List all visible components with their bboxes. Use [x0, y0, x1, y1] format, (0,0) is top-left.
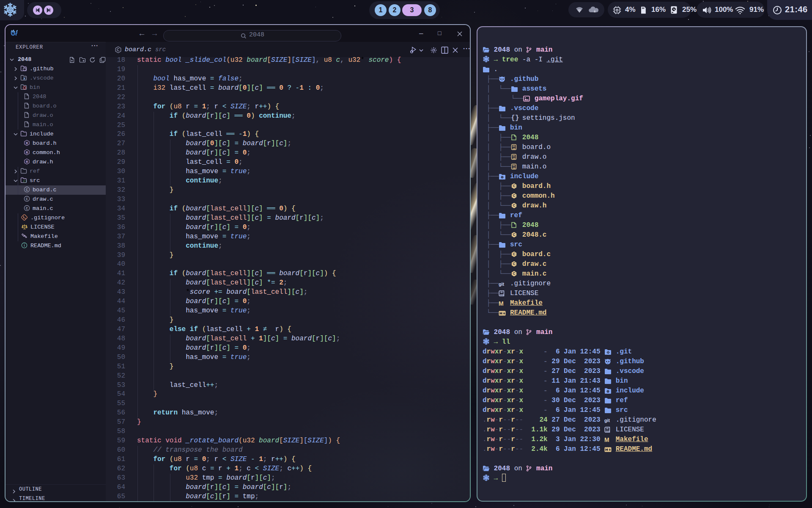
svg-text:10: 10 — [513, 147, 516, 150]
svg-text:C: C — [513, 184, 516, 188]
svg-text:H: H — [26, 151, 28, 155]
svg-text:C: C — [26, 188, 28, 192]
svg-text:C: C — [513, 252, 516, 256]
svg-text:10: 10 — [513, 157, 516, 160]
svg-text:git: git — [499, 282, 505, 287]
svg-text:C: C — [513, 193, 516, 198]
svg-text:C: C — [26, 207, 28, 211]
svg-text:C: C — [26, 197, 28, 202]
svg-text:M: M — [604, 437, 609, 442]
svg-text:git: git — [604, 418, 610, 423]
svg-text:C: C — [513, 232, 516, 237]
svg-text:H: H — [26, 160, 28, 164]
svg-text:C: C — [513, 271, 516, 276]
svg-text:{): {) — [23, 179, 27, 183]
svg-text:C: C — [513, 262, 516, 266]
svg-text:C: C — [513, 203, 516, 207]
svg-text:M: M — [499, 301, 504, 306]
svg-text:10: 10 — [513, 167, 516, 170]
svg-text:H: H — [26, 141, 28, 146]
